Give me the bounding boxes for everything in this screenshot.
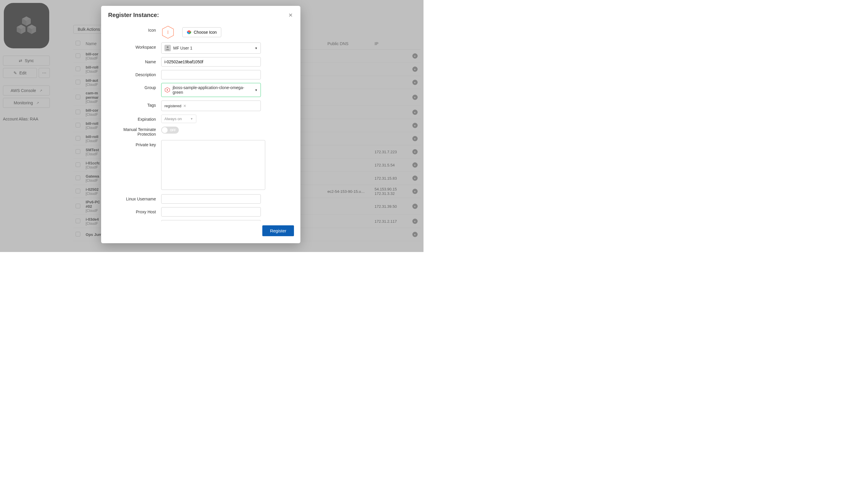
chevron-down-icon: ▾ xyxy=(414,205,416,208)
tag-pill: registered ✕ xyxy=(164,104,186,108)
row-actions-button[interactable]: ▾ xyxy=(412,53,418,59)
tags-input[interactable]: registered ✕ xyxy=(161,101,261,111)
row-ip xyxy=(372,89,410,106)
row-actions-button[interactable]: ▾ xyxy=(412,110,418,115)
proxy-host-input[interactable] xyxy=(161,207,261,217)
sync-button[interactable]: ⇄ Sync xyxy=(3,56,50,66)
row-public-dns: ec2-54-153-90-15.u… xyxy=(325,185,372,198)
row-ip xyxy=(372,132,410,145)
chevron-down-icon: ▾ xyxy=(414,68,416,71)
linux-username-label: Linux Username xyxy=(110,194,161,201)
manual-terminate-toggle[interactable]: OFF xyxy=(161,127,179,133)
chevron-down-icon: ▾ xyxy=(414,96,416,99)
edit-label: Edit xyxy=(19,71,26,75)
private-key-label: Private key xyxy=(110,140,161,147)
row-actions-button[interactable]: ▾ xyxy=(412,123,418,128)
row-public-dns xyxy=(325,215,372,228)
choose-icon-button[interactable]: Choose Icon xyxy=(182,27,221,37)
row-public-dns xyxy=(325,198,372,215)
row-actions-button[interactable]: ▾ xyxy=(412,67,418,72)
row-actions-button[interactable]: ▾ xyxy=(412,136,418,141)
row-checkbox[interactable] xyxy=(76,136,80,141)
register-button[interactable]: Register xyxy=(262,225,294,236)
row-checkbox[interactable] xyxy=(76,110,80,114)
row-checkbox[interactable] xyxy=(76,176,80,180)
row-checkbox[interactable] xyxy=(76,204,80,208)
aws-console-button[interactable]: AWS Console ↗ xyxy=(3,86,50,95)
row-ip xyxy=(372,76,410,89)
cubes-icon xyxy=(15,14,38,37)
svg-point-14 xyxy=(167,46,168,48)
chevron-down-icon: ▾ xyxy=(414,150,416,154)
row-actions-button[interactable]: ▾ xyxy=(412,204,418,209)
chevron-down-icon: ▼ xyxy=(190,117,193,121)
row-checkbox[interactable] xyxy=(76,149,80,154)
row-ip xyxy=(372,106,410,119)
row-public-dns xyxy=(325,76,372,89)
modal-close-button[interactable]: ✕ xyxy=(288,12,293,18)
row-actions-button[interactable]: ▾ xyxy=(412,219,418,224)
chevron-down-icon: ▾ xyxy=(414,111,416,114)
account-alias: Account Alias: RAA xyxy=(3,116,50,121)
row-ip: 54.153.90.15172.31.3.32 xyxy=(372,185,410,198)
description-label: Description xyxy=(110,70,161,77)
sync-icon: ⇄ xyxy=(19,58,22,63)
name-input[interactable] xyxy=(161,57,261,67)
tag-remove-button[interactable]: ✕ xyxy=(183,104,186,108)
tags-label: Tags xyxy=(110,101,161,108)
row-ip: 172.31.7.223 xyxy=(372,145,410,159)
sidebar: ⇄ Sync ✎ Edit ⋯ AWS Console ↗ Monitoring… xyxy=(0,0,53,252)
chevron-down-icon: ▾ xyxy=(414,220,416,223)
more-actions-button[interactable]: ⋯ xyxy=(39,68,50,78)
row-actions-button[interactable]: ▾ xyxy=(412,149,418,155)
external-link-icon: ↗ xyxy=(36,101,39,105)
aws-console-label: AWS Console xyxy=(11,88,36,93)
modal-title: Register Instance: xyxy=(108,12,159,18)
row-checkbox[interactable] xyxy=(76,80,80,84)
private-key-textarea[interactable] xyxy=(161,140,265,190)
row-public-dns xyxy=(325,50,372,63)
row-checkbox[interactable] xyxy=(76,53,80,58)
row-actions-button[interactable]: ▾ xyxy=(412,80,418,85)
pencil-icon: ✎ xyxy=(14,71,17,75)
icon-label: Icon xyxy=(110,25,161,33)
row-actions-button[interactable]: ▾ xyxy=(412,95,418,100)
row-checkbox[interactable] xyxy=(76,162,80,167)
col-public-dns[interactable]: Public DNS xyxy=(325,38,372,50)
row-public-dns xyxy=(325,106,372,119)
row-ip xyxy=(372,228,410,241)
chevron-down-icon: ▾ xyxy=(414,137,416,140)
col-ip[interactable]: IP xyxy=(372,38,410,50)
description-input[interactable] xyxy=(161,70,261,79)
edit-button[interactable]: ✎ Edit xyxy=(3,68,37,78)
row-actions-button[interactable]: ▾ xyxy=(412,176,418,181)
expiration-label: Expiration xyxy=(110,114,161,122)
monitoring-button[interactable]: Monitoring ↗ xyxy=(3,98,50,108)
row-ip: 172.31.5.54 xyxy=(372,159,410,172)
bulk-actions-button[interactable]: Bulk Actions xyxy=(73,25,104,34)
svg-text:I: I xyxy=(167,30,168,35)
row-checkbox[interactable] xyxy=(76,67,80,71)
chevron-down-icon: ▾ xyxy=(414,163,416,167)
row-ip xyxy=(372,119,410,132)
group-select[interactable]: jboss-sample-application-clone-omega-gre… xyxy=(161,83,261,97)
row-checkbox[interactable] xyxy=(76,95,80,99)
linux-username-input[interactable] xyxy=(161,194,261,204)
workspace-select[interactable]: MF User 1 ▼ xyxy=(161,42,261,54)
select-all-checkbox[interactable] xyxy=(76,41,80,46)
row-checkbox[interactable] xyxy=(76,219,80,223)
row-checkbox[interactable] xyxy=(76,123,80,127)
user-avatar-icon xyxy=(164,45,171,51)
row-public-dns xyxy=(325,63,372,76)
row-checkbox[interactable] xyxy=(76,189,80,193)
toggle-knob xyxy=(162,127,168,133)
row-checkbox[interactable] xyxy=(76,232,80,236)
group-label: Group xyxy=(110,83,161,90)
row-actions-button[interactable]: ▾ xyxy=(412,189,418,194)
chevron-down-icon: ▾ xyxy=(414,81,416,84)
expiration-select[interactable]: Always on ▼ xyxy=(161,114,196,123)
row-actions-button[interactable]: ▾ xyxy=(412,232,418,237)
row-actions-button[interactable]: ▾ xyxy=(412,162,418,168)
row-ip xyxy=(372,50,410,63)
row-public-dns xyxy=(325,119,372,132)
